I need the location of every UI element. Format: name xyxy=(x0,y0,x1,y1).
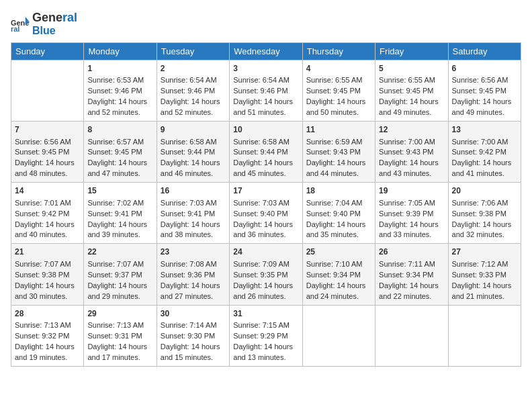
day-detail: Daylight: 14 hours xyxy=(379,97,444,107)
day-detail: and 30 minutes. xyxy=(15,291,80,302)
calendar-header-cell: Friday xyxy=(375,43,448,60)
day-detail: and 49 minutes. xyxy=(452,107,517,118)
day-number: 1 xyxy=(87,63,152,75)
day-detail: Sunrise: 6:55 AM xyxy=(306,75,371,86)
day-detail: and 45 minutes. xyxy=(233,169,298,179)
day-detail: Sunset: 9:40 PM xyxy=(306,209,371,220)
day-detail: Daylight: 14 hours xyxy=(306,281,371,291)
day-detail: Sunrise: 7:15 AM xyxy=(233,320,298,331)
day-detail: Sunrise: 7:13 AM xyxy=(15,320,80,331)
calendar-day-cell: 21Sunrise: 7:07 AMSunset: 9:38 PMDayligh… xyxy=(11,244,84,305)
day-detail: Daylight: 14 hours xyxy=(233,281,298,291)
day-detail: and 22 minutes. xyxy=(379,291,444,302)
day-detail: Daylight: 14 hours xyxy=(452,220,517,230)
day-detail: Daylight: 14 hours xyxy=(87,158,152,169)
day-detail: Sunrise: 6:56 AM xyxy=(15,137,80,148)
day-detail: Sunset: 9:43 PM xyxy=(306,147,371,158)
day-detail: Daylight: 14 hours xyxy=(233,158,298,169)
day-detail: Sunrise: 7:02 AM xyxy=(87,198,152,209)
day-detail: and 36 minutes. xyxy=(233,230,298,240)
day-detail: Daylight: 14 hours xyxy=(87,342,152,353)
calendar-day-cell: 14Sunrise: 7:01 AMSunset: 9:42 PMDayligh… xyxy=(11,183,84,244)
day-detail: Sunset: 9:31 PM xyxy=(87,331,152,342)
day-detail: and 40 minutes. xyxy=(15,230,80,240)
day-detail: Sunrise: 7:11 AM xyxy=(379,259,444,270)
day-detail: Daylight: 14 hours xyxy=(15,342,80,353)
logo-general: General xyxy=(32,11,77,24)
calendar-header-cell: Sunday xyxy=(11,43,84,60)
day-detail: Sunset: 9:46 PM xyxy=(161,86,226,97)
day-detail: Sunrise: 7:05 AM xyxy=(379,198,444,209)
day-detail: and 46 minutes. xyxy=(161,169,226,179)
day-number: 22 xyxy=(87,246,152,258)
day-number: 21 xyxy=(15,246,80,258)
day-detail: Sunrise: 7:09 AM xyxy=(233,259,298,270)
day-detail: Sunset: 9:37 PM xyxy=(87,270,152,281)
day-detail: and 24 minutes. xyxy=(306,291,371,302)
day-detail: Sunset: 9:34 PM xyxy=(306,270,371,281)
day-number: 30 xyxy=(161,308,226,320)
calendar-day-cell xyxy=(302,305,375,366)
day-detail: Daylight: 14 hours xyxy=(161,281,226,291)
calendar-day-cell: 8Sunrise: 6:57 AMSunset: 9:45 PMDaylight… xyxy=(84,122,157,183)
calendar-header-cell: Saturday xyxy=(448,43,521,60)
day-detail: Daylight: 14 hours xyxy=(15,158,80,169)
calendar-day-cell: 4Sunrise: 6:55 AMSunset: 9:45 PMDaylight… xyxy=(302,60,375,122)
day-detail: Sunrise: 7:03 AM xyxy=(161,198,226,209)
calendar-day-cell: 2Sunrise: 6:54 AMSunset: 9:46 PMDaylight… xyxy=(157,60,229,122)
day-detail: and 48 minutes. xyxy=(15,169,80,179)
day-detail: Sunset: 9:38 PM xyxy=(452,209,517,220)
day-number: 20 xyxy=(452,185,517,197)
day-detail: Sunset: 9:45 PM xyxy=(452,86,517,97)
day-detail: and 29 minutes. xyxy=(87,291,152,302)
day-detail: Sunrise: 7:13 AM xyxy=(87,320,152,331)
day-detail: Sunrise: 6:57 AM xyxy=(87,137,152,148)
calendar-day-cell: 28Sunrise: 7:13 AMSunset: 9:32 PMDayligh… xyxy=(11,305,84,366)
day-number: 23 xyxy=(161,246,226,258)
calendar-day-cell: 19Sunrise: 7:05 AMSunset: 9:39 PMDayligh… xyxy=(375,183,448,244)
day-detail: Daylight: 14 hours xyxy=(452,281,517,291)
day-detail: Sunset: 9:36 PM xyxy=(161,270,226,281)
day-detail: Sunset: 9:33 PM xyxy=(452,270,517,281)
day-number: 15 xyxy=(87,185,152,197)
day-detail: Sunset: 9:34 PM xyxy=(379,270,444,281)
day-detail: Sunrise: 6:58 AM xyxy=(233,137,298,148)
calendar-table: SundayMondayTuesdayWednesdayThursdayFrid… xyxy=(11,42,521,367)
svg-text:ral: ral xyxy=(11,24,19,32)
day-number: 18 xyxy=(306,185,371,197)
day-detail: Sunset: 9:46 PM xyxy=(87,86,152,97)
day-number: 17 xyxy=(233,185,298,197)
day-detail: and 39 minutes. xyxy=(87,230,152,240)
calendar-day-cell xyxy=(375,305,448,366)
day-detail: Daylight: 14 hours xyxy=(15,281,80,291)
day-detail: Sunrise: 6:53 AM xyxy=(87,75,152,86)
day-number: 25 xyxy=(306,246,371,258)
day-number: 2 xyxy=(161,63,226,75)
day-detail: and 51 minutes. xyxy=(233,107,298,118)
calendar-day-cell xyxy=(11,60,84,122)
calendar-header-row: SundayMondayTuesdayWednesdayThursdayFrid… xyxy=(11,43,521,60)
day-detail: and 43 minutes. xyxy=(379,169,444,179)
calendar-week-row: 7Sunrise: 6:56 AMSunset: 9:45 PMDaylight… xyxy=(11,122,521,183)
day-detail: Sunrise: 6:54 AM xyxy=(233,75,298,86)
calendar-week-row: 14Sunrise: 7:01 AMSunset: 9:42 PMDayligh… xyxy=(11,183,521,244)
day-detail: and 41 minutes. xyxy=(452,169,517,179)
day-number: 31 xyxy=(233,308,298,320)
day-number: 24 xyxy=(233,246,298,258)
day-detail: Daylight: 14 hours xyxy=(15,220,80,230)
day-detail: Daylight: 14 hours xyxy=(379,281,444,291)
day-number: 28 xyxy=(15,308,80,320)
day-detail: and 19 minutes. xyxy=(15,353,80,363)
day-number: 6 xyxy=(452,63,517,75)
day-detail: and 17 minutes. xyxy=(87,353,152,363)
logo-icon: Gene ral xyxy=(11,15,30,34)
day-detail: Sunset: 9:38 PM xyxy=(15,270,80,281)
day-detail: Daylight: 14 hours xyxy=(87,97,152,107)
day-detail: Daylight: 14 hours xyxy=(161,342,226,353)
calendar-day-cell: 22Sunrise: 7:07 AMSunset: 9:37 PMDayligh… xyxy=(84,244,157,305)
day-detail: and 52 minutes. xyxy=(87,107,152,118)
day-detail: Daylight: 14 hours xyxy=(233,97,298,107)
logo: Gene ral General Blue xyxy=(11,11,77,37)
day-detail: Sunset: 9:44 PM xyxy=(233,147,298,158)
day-detail: Daylight: 14 hours xyxy=(452,97,517,107)
